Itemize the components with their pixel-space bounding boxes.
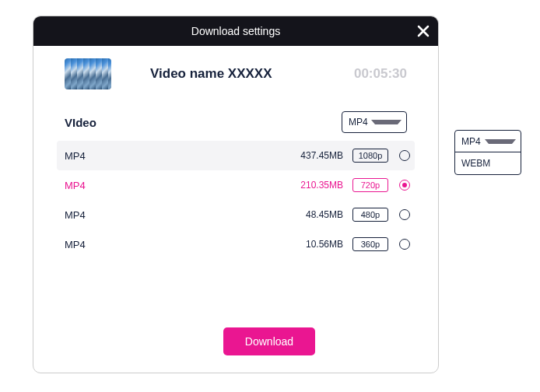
quality-row[interactable]: MP448.45MB480p: [57, 200, 415, 229]
download-button[interactable]: Download: [223, 327, 315, 355]
video-title: Video name XXXXX: [150, 66, 354, 82]
row-format: MP4: [65, 209, 127, 221]
row-resolution-badge: 360p: [352, 237, 388, 251]
format-select-value: MP4: [349, 117, 371, 128]
row-resolution-badge: 720p: [352, 178, 388, 192]
video-info: Video name XXXXX 00:05:30: [33, 46, 438, 89]
row-format: MP4: [65, 180, 127, 191]
row-radio[interactable]: [399, 180, 410, 191]
close-icon[interactable]: [416, 24, 430, 38]
modal-header: Download settings: [33, 16, 438, 46]
row-radio[interactable]: [399, 150, 410, 161]
format-dropdown-value: MP4: [461, 136, 485, 147]
row-format: MP4: [65, 150, 127, 162]
row-resolution-badge: 1080p: [352, 149, 388, 163]
row-resolution-badge: 480p: [352, 208, 388, 222]
chevron-down-icon: [485, 139, 516, 144]
quality-row[interactable]: MP4210.35MB720p: [57, 170, 415, 200]
row-radio[interactable]: [399, 239, 410, 250]
section-label: VIdeo: [65, 116, 342, 129]
quality-row[interactable]: MP4437.45MB1080p: [57, 141, 415, 170]
format-select[interactable]: MP4: [342, 111, 407, 133]
row-format: MP4: [65, 239, 127, 250]
row-size: 210.35MB: [127, 180, 352, 191]
format-dropdown-open: MP4 WEBM: [454, 130, 521, 175]
quality-row[interactable]: MP410.56MB360p: [57, 229, 415, 259]
section-head: VIdeo MP4: [65, 111, 407, 133]
row-size: 48.45MB: [127, 209, 352, 220]
row-radio[interactable]: [399, 209, 410, 220]
format-dropdown-option[interactable]: WEBM: [455, 152, 521, 174]
row-size: 10.56MB: [127, 239, 352, 250]
download-settings-modal: Download settings Video name XXXXX 00:05…: [33, 16, 439, 373]
video-thumbnail: [65, 58, 111, 89]
video-duration: 00:05:30: [354, 66, 407, 82]
video-section: VIdeo MP4 MP4437.45MB1080pMP4210.35MB720…: [33, 89, 438, 259]
chevron-down-icon: [371, 120, 401, 124]
format-dropdown-selected[interactable]: MP4: [455, 131, 521, 152]
row-size: 437.45MB: [127, 150, 352, 161]
modal-title: Download settings: [191, 25, 280, 37]
